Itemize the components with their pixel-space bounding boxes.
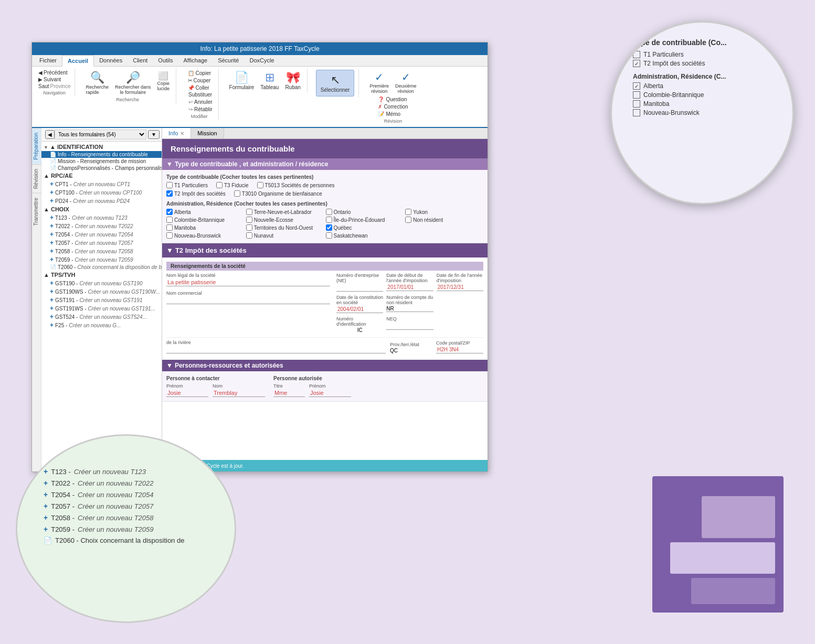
cb-alberta[interactable]: Alberta: [166, 209, 245, 215]
tree-item-cpt100[interactable]: + CPT100 - Créer un nouveau CPT100: [41, 188, 162, 197]
sidebar-label-preparation[interactable]: Préparation: [32, 128, 41, 164]
sidebar-label-revision[interactable]: Révision: [32, 164, 41, 193]
nom-contact-input[interactable]: [213, 389, 265, 397]
tab-info[interactable]: Info ✕: [162, 128, 191, 138]
cb-nunavut[interactable]: Nunavut: [246, 232, 324, 239]
cb-cb[interactable]: Colombie-Britannique: [166, 217, 245, 223]
tree-item-gst191[interactable]: + GST191 - Créer un nouveau GST191: [41, 296, 162, 304]
retablir-btn[interactable]: ↪ Rétablir: [187, 106, 214, 113]
question-btn[interactable]: ❓ Question: [376, 96, 409, 103]
nom-legal-input[interactable]: [166, 278, 330, 286]
cb-nonresident-input[interactable]: [405, 217, 411, 223]
cb-quebec-input[interactable]: [326, 224, 332, 231]
tree-item-f25[interactable]: + F25 - Créer un nouveau G...: [41, 321, 162, 329]
collapse-btn[interactable]: ◀: [45, 130, 55, 139]
cb-manitoba-input[interactable]: [166, 224, 173, 231]
deuxieme-revision-btn[interactable]: ✓ Deuxièmerévision: [393, 70, 419, 95]
cb-t3010[interactable]: T3010 Organisme de bienfaisance: [234, 190, 322, 197]
section-type-contribuable[interactable]: ▼ Type de contribuable , et administrati…: [162, 158, 488, 170]
tree-item-gst190[interactable]: + GST190 - Créer un nouveau GST190: [41, 279, 162, 287]
correction-btn[interactable]: ✗ Correction: [376, 103, 409, 110]
cb-manitoba[interactable]: Manitoba: [166, 224, 245, 231]
tab-outils[interactable]: Outils: [153, 55, 178, 66]
cb-t2-input[interactable]: [166, 190, 173, 197]
cb-quebec[interactable]: Québec: [326, 224, 404, 231]
cb-ontario-input[interactable]: [326, 209, 332, 215]
selectionner-btn[interactable]: ↖ Sélectionner: [316, 70, 355, 96]
cb-t2[interactable]: T2 Impôt des sociétés: [166, 190, 226, 197]
cb-nb[interactable]: Nouveau-Brunswick: [166, 232, 245, 239]
prenom-auto-input[interactable]: [309, 389, 351, 397]
tree-item-cpt1[interactable]: + CPT1 - Créer un nouveau CPT1: [41, 180, 162, 188]
tab-doxcycle[interactable]: DoxCycle: [244, 55, 279, 66]
cb-sask-input[interactable]: [326, 232, 332, 239]
tree-item-gst190ws[interactable]: + GST190WS - Créer un nouveau GST190W...: [41, 287, 162, 296]
tree-item-gst524[interactable]: + GST524 - Créer un nouveau GST524...: [41, 313, 162, 321]
cb-ne[interactable]: Nouvelle-Ecosse: [246, 217, 324, 223]
nav-suivant[interactable]: ▶ Suivant: [38, 77, 70, 82]
coller-btn[interactable]: 📌 Coller: [186, 84, 213, 91]
prenom-contact-input[interactable]: [166, 389, 208, 397]
cb-t3010-input[interactable]: [234, 190, 240, 197]
cb-sask[interactable]: Saskatchewan: [326, 232, 404, 239]
cb-tnl-input[interactable]: [246, 209, 252, 215]
copier-btn[interactable]: 📋 Copier: [186, 70, 213, 77]
cb-cb-input[interactable]: [166, 217, 173, 223]
premiere-revision-btn[interactable]: ✓ Premièrerévision: [367, 70, 391, 95]
ruban-btn[interactable]: 🎀 Ruban: [283, 70, 302, 91]
tab-donnees[interactable]: Données: [94, 55, 128, 66]
close-info-tab[interactable]: ✕: [180, 131, 184, 136]
cb-nunavut-input[interactable]: [246, 232, 252, 239]
cb-nonresident[interactable]: Non résident: [405, 217, 483, 223]
tree-item-t2054[interactable]: + T2054 - Créer un nouveau T2054: [41, 230, 162, 239]
nav-saut[interactable]: Saut Province: [38, 83, 70, 89]
cb-alberta-input[interactable]: [166, 209, 173, 215]
cb-ipe-input[interactable]: [326, 217, 332, 223]
cb-t1-input[interactable]: [166, 182, 173, 188]
tab-securite[interactable]: Sécurité: [213, 55, 244, 66]
cb-yukon[interactable]: Yukon: [405, 209, 483, 215]
search-formulaire-btn[interactable]: 🔎 Rechercher dansle formulaire: [113, 70, 153, 96]
cb-t5013[interactable]: T5013 Sociétés de personnes: [257, 182, 335, 188]
tab-client[interactable]: Client: [128, 55, 153, 66]
search-rapide-btn[interactable]: 🔍 Rechercherapide: [83, 70, 111, 96]
cb-t5013-input[interactable]: [257, 182, 263, 188]
tree-item-t123[interactable]: + T123 - Créer un nouveau T123: [41, 213, 162, 222]
cb-yukon-input[interactable]: [405, 209, 411, 215]
cb-ne-input[interactable]: [246, 217, 252, 223]
adresse-input[interactable]: [166, 346, 386, 353]
cb-tno[interactable]: Territoires du Nord-Ouest: [246, 224, 324, 231]
dropdown-arrow-btn[interactable]: ▼: [148, 130, 160, 139]
memo-btn[interactable]: 📝 Mémo: [376, 111, 409, 117]
tree-item-pd24[interactable]: + PD24 - Créer un nouveau PD24: [41, 197, 162, 205]
formulaire-btn[interactable]: 📄 Formulaire: [227, 70, 257, 91]
tab-affichage[interactable]: Affichage: [178, 55, 213, 66]
tree-item-t2022[interactable]: + T2022 - Créer un nouveau T2022: [41, 222, 162, 230]
ne-input[interactable]: [336, 284, 383, 292]
cb-nb-input[interactable]: [166, 232, 173, 239]
neq-input[interactable]: [386, 322, 433, 330]
annuler-btn[interactable]: ↩ Annuler: [187, 99, 214, 105]
section-personnes[interactable]: ▼ Personnes-ressources et autorisées: [162, 360, 488, 371]
titre-auto-input[interactable]: [273, 389, 305, 397]
tree-section-rpc[interactable]: ▲ RPC/AE: [41, 171, 162, 180]
tab-accueil[interactable]: Accueil: [62, 55, 94, 67]
tab-mission[interactable]: Mission: [191, 128, 224, 138]
cb-t1[interactable]: T1 Particuliers: [166, 182, 208, 188]
tree-section-choix[interactable]: ▲ CHOIX: [41, 205, 162, 213]
tree-item-info[interactable]: 📄 Info - Renseignements du contribuable: [41, 151, 162, 158]
tableau-btn[interactable]: ⊞ Tableau: [258, 70, 281, 91]
forms-select[interactable]: Tous les formulaires (54): [55, 130, 146, 139]
nav-precedent[interactable]: ◀ Précédent: [38, 70, 70, 76]
tree-item-champs[interactable]: 📄 ChampsPersonnalisés - Champs personnal…: [41, 165, 162, 171]
couper-btn[interactable]: ✂ Couper: [186, 77, 213, 84]
tree-item-mission[interactable]: 📄 Mission - Renseignements de mission: [41, 158, 162, 165]
cb-tno-input[interactable]: [246, 224, 252, 231]
substituer-btn[interactable]: Substituer: [187, 91, 214, 98]
cb-tnl[interactable]: Terre-Neuve-et-Labrador: [246, 209, 324, 215]
tree-section-tps[interactable]: ▲ TPS/TVH: [41, 271, 162, 279]
cb-t3-input[interactable]: [216, 182, 223, 188]
cb-t3[interactable]: T3 Fiducie: [216, 182, 249, 188]
tab-fichier[interactable]: Fichier: [34, 55, 62, 66]
cb-ontario[interactable]: Ontario: [326, 209, 404, 215]
